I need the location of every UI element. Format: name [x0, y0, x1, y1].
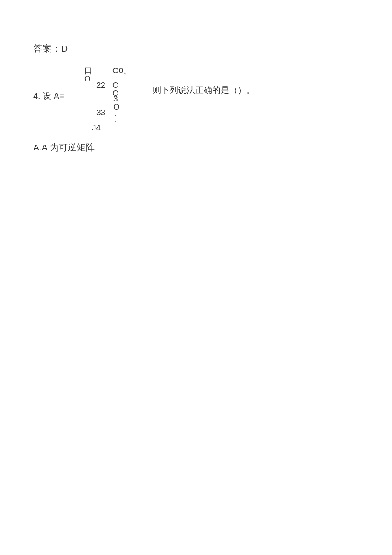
document-page: 答案：D 4. 设 A= 口 O O0、 22 O O 3 O 33 、 、 J… — [0, 0, 392, 555]
matrix-r5: J4 — [92, 124, 101, 132]
matrix-r1a: 口 O — [84, 66, 92, 83]
matrix-r3: 3 O — [113, 95, 120, 111]
question-4-prefix: 4. 设 A= — [33, 90, 64, 102]
question-4-option-a: A.A 为可逆矩阵 — [33, 142, 95, 153]
question-4: 4. 设 A= 口 O O0、 22 O O 3 O 33 、 、 J4 则下列… — [33, 64, 374, 141]
matrix-r1b: O0、 — [112, 66, 131, 75]
matrix-r4b: 、 、 — [114, 110, 120, 122]
question-4-tail: 则下列说法正确的是（）。 — [153, 84, 255, 96]
previous-answer: 答案：D — [33, 43, 68, 55]
matrix-r2a: 22 — [96, 81, 105, 89]
matrix-r4a: 33 — [96, 108, 105, 116]
